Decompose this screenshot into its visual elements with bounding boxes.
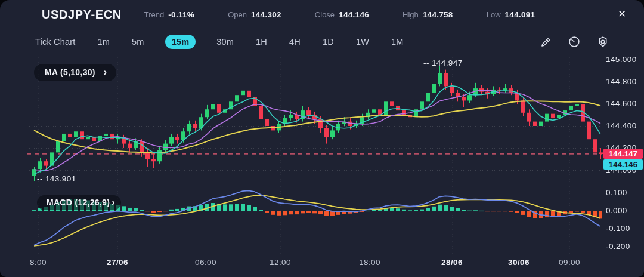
time-tick-label: 27/06 — [107, 258, 128, 267]
chevron-right-icon: › — [104, 67, 107, 77]
trading-chart-window: USDJPY-ECN Trend-0.11%Open144.302Close14… — [0, 0, 644, 277]
time-tick-label: 09:00 — [559, 258, 580, 267]
tab-4h[interactable]: 4H — [288, 35, 302, 49]
stat-open: Open144.302 — [228, 10, 281, 19]
price-tick-label: 145.000 — [606, 55, 637, 64]
symbol-title: USDJPY-ECN — [42, 8, 122, 21]
high-price-annotation: -- 144.947 — [423, 59, 463, 67]
stat-close: Close144.146 — [315, 10, 369, 19]
settings-icon[interactable] — [596, 35, 609, 48]
timeframe-toolbar: Tick Chart1m5m15m30m1H4H1D1W1M — [0, 29, 644, 55]
stat-value: 144.146 — [339, 10, 369, 19]
stat-value: 144.302 — [251, 10, 281, 19]
close-icon[interactable]: ✕ — [615, 8, 628, 21]
price-tick-label: 144.800 — [606, 77, 637, 86]
macd-tick-label: -0.100 — [606, 224, 630, 233]
stat-label: High — [402, 10, 419, 19]
ask-price-badge: 144.146 — [603, 159, 643, 170]
ma-indicator-label: MA (5,10,30) — [45, 67, 95, 77]
macd-tick-label: -0.200 — [606, 242, 630, 251]
ohlc-stats-row: Trend-0.11%Open144.302Close144.146High14… — [144, 10, 535, 19]
stat-label: Open — [228, 10, 247, 19]
tab-1d[interactable]: 1D — [321, 35, 335, 49]
time-tick-label: 06:00 — [195, 258, 216, 267]
time-tick-label: 28/06 — [441, 258, 463, 267]
tab-1w[interactable]: 1W — [355, 35, 370, 49]
chart-header: USDJPY-ECN Trend-0.11%Open144.302Close14… — [0, 0, 644, 29]
stat-label: Low — [487, 10, 501, 19]
stat-trend: Trend-0.11% — [144, 10, 194, 19]
macd-tick-label: 0.100 — [606, 188, 627, 197]
tab-tick-chart[interactable]: Tick Chart — [34, 35, 77, 49]
history-icon[interactable] — [568, 35, 581, 48]
time-tick-label: 30/06 — [508, 258, 530, 267]
chevron-right-icon: › — [112, 198, 115, 207]
price-tick-label: 144.400 — [606, 121, 637, 130]
stat-value: -0.11% — [168, 10, 194, 19]
time-tick-label: 12:00 — [270, 258, 291, 267]
tab-30m[interactable]: 30m — [215, 35, 235, 49]
tab-15m[interactable]: 15m — [165, 35, 196, 49]
current-price-badge: 144.147 — [603, 149, 643, 159]
ma-indicator-badge[interactable]: MA (5,10,30) › — [34, 64, 116, 81]
timeframe-tabs: Tick Chart1m5m15m30m1H4H1D1W1M — [34, 35, 405, 49]
tab-5m[interactable]: 5m — [131, 35, 145, 49]
time-tick-label: 8:00 — [30, 258, 47, 267]
pencil-icon[interactable] — [540, 36, 552, 48]
time-tick-label: 18:00 — [359, 258, 380, 267]
stat-label: Trend — [144, 10, 164, 19]
stat-label: Close — [315, 10, 335, 19]
tab-1m[interactable]: 1m — [97, 35, 112, 49]
tab-1h[interactable]: 1H — [255, 35, 268, 49]
tab-1m[interactable]: 1M — [390, 35, 405, 49]
macd-indicator-label: MACD (12,26,9) — [47, 198, 110, 207]
low-price-annotation: -- 143.901 — [37, 174, 76, 183]
macd-indicator-badge[interactable]: MACD (12,26,9) › — [37, 195, 121, 210]
stat-value: 144.758 — [423, 10, 453, 19]
stat-low: Low144.091 — [487, 10, 535, 19]
stat-high: High144.758 — [402, 10, 453, 19]
macd-tick-label: 0.000 — [606, 206, 627, 215]
stat-value: 144.091 — [505, 10, 535, 19]
toolbar-icons — [540, 29, 609, 55]
price-tick-label: 144.600 — [606, 99, 637, 108]
